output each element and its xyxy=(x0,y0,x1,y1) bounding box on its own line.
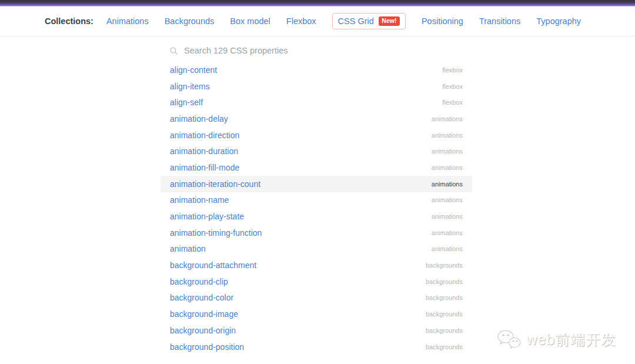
property-row-animation-iteration-count-highlighted[interactable]: animation-iteration-count animations xyxy=(161,176,472,192)
window-top-accent-bar xyxy=(0,0,635,6)
nav-item-animations[interactable]: Animations xyxy=(106,16,149,26)
nav-item-css-grid[interactable]: CSS Grid New! xyxy=(332,13,406,30)
property-row-animation-timing-function[interactable]: animation-timing-function animations xyxy=(161,225,472,241)
property-link[interactable]: align-items xyxy=(170,82,210,91)
property-tag: flexbox xyxy=(442,66,463,74)
property-link[interactable]: animation-duration xyxy=(170,146,238,156)
property-link[interactable]: animation-delay xyxy=(170,114,228,123)
property-tag: animations xyxy=(432,115,463,122)
property-tag: backgrounds xyxy=(426,294,463,301)
property-row-background-clip[interactable]: background-clip backgrounds xyxy=(161,273,472,290)
property-tag: backgrounds xyxy=(426,262,463,269)
property-row-animation-duration[interactable]: animation-duration animations xyxy=(161,143,472,159)
property-link[interactable]: background-clip xyxy=(170,277,228,286)
property-link[interactable]: animation-iteration-count xyxy=(170,179,260,189)
property-link[interactable]: background-color xyxy=(170,293,233,302)
search-icon xyxy=(170,47,178,55)
property-link[interactable]: background-origin xyxy=(170,326,236,335)
search-bar xyxy=(161,44,472,58)
collections-nav: Collections: Animations Backgrounds Box … xyxy=(0,6,635,36)
property-tag: animations xyxy=(432,196,463,203)
collections-label: Collections: xyxy=(45,16,93,26)
property-tag: animations xyxy=(432,213,463,220)
property-link[interactable]: animation-name xyxy=(170,195,229,205)
nav-item-positioning[interactable]: Positioning xyxy=(422,16,463,26)
watermark-text: web前端开发 xyxy=(526,330,616,349)
property-row-animation-name[interactable]: animation-name animations xyxy=(161,192,472,209)
property-row-animation-direction[interactable]: animation-direction animations xyxy=(161,127,472,143)
property-link[interactable]: align-self xyxy=(170,98,203,107)
property-row-align-self[interactable]: align-self flexbox xyxy=(161,94,472,111)
property-tag: animations xyxy=(432,181,463,188)
nav-item-typography[interactable]: Typography xyxy=(536,16,581,26)
property-row-animation-play-state[interactable]: animation-play-state animations xyxy=(161,208,472,225)
new-badge: New! xyxy=(379,16,400,26)
nav-item-box-model[interactable]: Box model xyxy=(230,16,270,26)
property-tag: backgrounds xyxy=(426,343,463,350)
property-row-animation-fill-mode[interactable]: animation-fill-mode animations xyxy=(161,159,472,176)
watermark: web前端开发 xyxy=(496,329,616,350)
property-link[interactable]: background-attachment xyxy=(170,261,256,270)
properties-panel: align-content flexbox align-items flexbo… xyxy=(161,37,472,355)
property-row-animation-delay[interactable]: animation-delay animations xyxy=(161,111,472,127)
property-row-background-attachment[interactable]: background-attachment backgrounds xyxy=(161,257,472,273)
property-link[interactable]: animation-timing-function xyxy=(170,228,262,238)
property-link[interactable]: background-image xyxy=(170,309,238,319)
property-tag: animations xyxy=(432,229,463,236)
search-input[interactable] xyxy=(183,45,418,56)
css-properties-list: align-content flexbox align-items flexbo… xyxy=(161,62,472,355)
property-row-align-content[interactable]: align-content flexbox xyxy=(161,62,472,78)
property-link[interactable]: animation xyxy=(170,244,206,253)
nav-item-transitions[interactable]: Transitions xyxy=(479,16,520,26)
collections-nav-inner: Collections: Animations Backgrounds Box … xyxy=(45,13,581,30)
property-tag: animations xyxy=(432,245,463,252)
property-row-align-items[interactable]: align-items flexbox xyxy=(161,78,472,95)
property-link[interactable]: align-content xyxy=(170,65,217,75)
property-row-background-image[interactable]: background-image backgrounds xyxy=(161,306,472,322)
property-tag: backgrounds xyxy=(426,278,463,285)
property-row-background-color[interactable]: background-color backgrounds xyxy=(161,290,472,306)
nav-item-flexbox[interactable]: Flexbox xyxy=(286,16,316,26)
property-tag: flexbox xyxy=(442,99,463,106)
property-link[interactable]: animation-direction xyxy=(170,131,239,140)
property-row-animation[interactable]: animation animations xyxy=(161,241,472,258)
nav-item-css-grid-label[interactable]: CSS Grid xyxy=(338,16,374,26)
property-row-background-origin[interactable]: background-origin backgrounds xyxy=(161,322,472,339)
property-tag: backgrounds xyxy=(426,310,463,318)
property-tag: animations xyxy=(432,132,463,139)
property-tag: flexbox xyxy=(442,83,463,90)
property-link[interactable]: animation-play-state xyxy=(170,212,244,221)
property-tag: animations xyxy=(432,148,463,155)
property-row-background-position[interactable]: background-position backgrounds xyxy=(161,339,472,355)
nav-item-backgrounds[interactable]: Backgrounds xyxy=(165,16,215,26)
property-tag: backgrounds xyxy=(426,327,463,334)
property-link[interactable]: animation-fill-mode xyxy=(170,163,239,172)
wechat-icon xyxy=(496,329,522,350)
property-tag: animations xyxy=(432,164,463,171)
property-link[interactable]: background-position xyxy=(170,342,244,352)
